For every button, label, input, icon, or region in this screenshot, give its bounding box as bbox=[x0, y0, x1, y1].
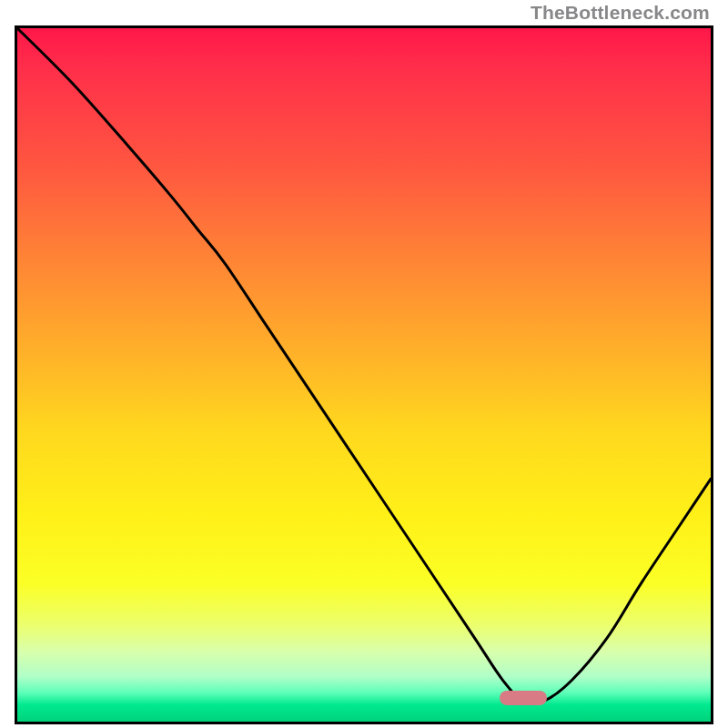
bottleneck-curve bbox=[17, 28, 711, 722]
plot-area bbox=[17, 28, 711, 722]
watermark: TheBottleneck.com bbox=[531, 2, 710, 24]
optimal-point-marker bbox=[500, 691, 547, 705]
chart-frame bbox=[15, 25, 713, 724]
